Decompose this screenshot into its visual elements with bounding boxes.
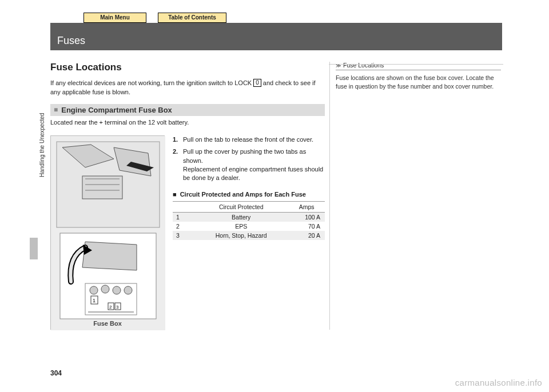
svg-text:2: 2: [109, 305, 112, 310]
fuse-table-title-text: Circuit Protected and Amps for Each Fuse: [180, 191, 306, 198]
page-number: 304: [50, 369, 62, 377]
main-column: Fuse Locations If any electrical devices…: [50, 62, 325, 330]
section-title: Fuse Locations: [50, 62, 325, 73]
table-row: 3 Horn, Stop, Hazard 20 A: [173, 231, 325, 240]
cell-name: EPS: [194, 222, 288, 231]
svg-marker-10: [82, 242, 137, 270]
page-header-title: Fuses: [57, 35, 85, 47]
page-header-bar: Fuses: [50, 23, 502, 50]
sidebar-column: ≫Fuse Locations Fuse locations are shown…: [329, 62, 501, 330]
step-number: 1.: [173, 135, 183, 144]
cell-amps: 100 A: [288, 212, 325, 222]
chapter-spine-tab: [30, 238, 38, 259]
svg-rect-5: [82, 176, 122, 199]
lock-position-symbol: 0: [253, 79, 261, 87]
subsection-heading: ■ Engine Compartment Fuse Box: [50, 104, 325, 116]
svg-point-16: [124, 286, 132, 294]
svg-text:1: 1: [93, 298, 96, 303]
table-of-contents-button[interactable]: Table of Contents: [158, 13, 226, 23]
fuse-box-illustration: 1 2 3 Fuse Box: [50, 135, 165, 330]
table-row: 2 EPS 70 A: [173, 222, 325, 231]
svg-point-14: [101, 285, 109, 293]
main-menu-button[interactable]: Main Menu: [83, 13, 146, 23]
fuse-table-title: ■ Circuit Protected and Amps for Each Fu…: [173, 191, 325, 198]
fuse-table: Circuit Protected Amps 1 Battery 100 A: [173, 201, 325, 240]
watermark: carmanualsonline.info: [455, 378, 542, 387]
sidebar-title: Fuse Locations: [343, 62, 384, 69]
cell-num: 2: [173, 222, 194, 231]
step-text: Pull up the cover by pushing the two tab…: [183, 147, 325, 183]
step-note: Replacement of engine compartment fuses …: [183, 166, 323, 181]
intro-text-a: If any electrical devices are not workin…: [50, 79, 253, 86]
cell-name: Horn, Stop, Hazard: [194, 231, 288, 240]
svg-point-13: [90, 286, 98, 294]
cell-num: 1: [173, 212, 194, 222]
svg-point-15: [113, 286, 121, 294]
chapter-spine-label: Handling the Unexpected: [39, 113, 45, 177]
sidebar-body: Fuse locations are shown on the fuse box…: [336, 74, 501, 91]
sidebar-title-row: ≫Fuse Locations: [336, 62, 501, 70]
cell-name: Battery: [194, 212, 288, 222]
subsection-title: Engine Compartment Fuse Box: [61, 106, 172, 114]
th-circuit: Circuit Protected: [194, 201, 288, 212]
illustration-caption: Fuse Box: [93, 320, 122, 327]
step-text-line: Pull up the cover by pushing the two tab…: [183, 148, 306, 163]
cell-num: 3: [173, 231, 194, 240]
cell-amps: 20 A: [288, 231, 325, 240]
step-text: Pull on the tab to release the front of …: [183, 135, 313, 144]
step-list: 1. Pull on the tab to release the front …: [173, 135, 325, 330]
step-number: 2.: [173, 147, 183, 183]
square-bullet-icon: ■: [54, 106, 58, 114]
header-divider: [329, 64, 503, 65]
section-intro: If any electrical devices are not workin…: [50, 79, 325, 97]
th-amps: Amps: [288, 201, 325, 212]
svg-text:3: 3: [116, 305, 119, 310]
square-bullet-icon: ■: [173, 191, 177, 198]
table-row: 1 Battery 100 A: [173, 212, 325, 222]
cell-amps: 70 A: [288, 222, 325, 231]
step-item: 1. Pull on the tab to release the front …: [173, 135, 325, 144]
top-nav: Main Menu Table of Contents: [50, 13, 502, 23]
step-item: 2. Pull up the cover by pushing the two …: [173, 147, 325, 183]
subsection-body: Located near the + terminal on the 12 vo…: [50, 118, 325, 127]
